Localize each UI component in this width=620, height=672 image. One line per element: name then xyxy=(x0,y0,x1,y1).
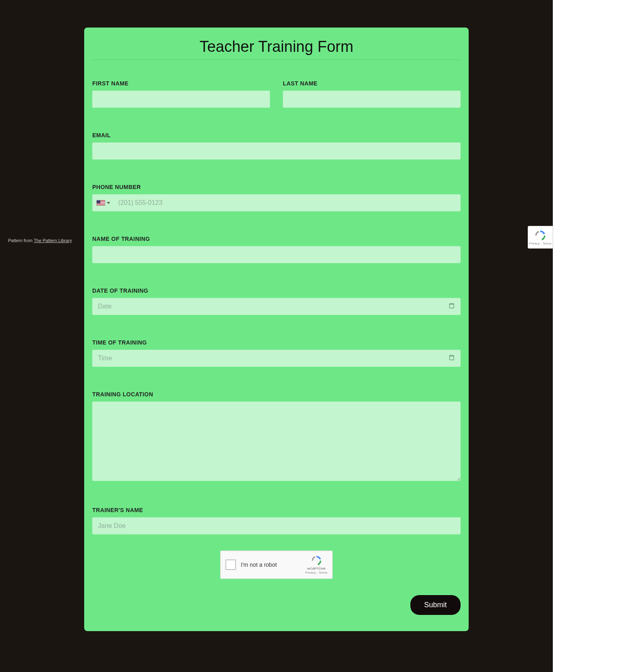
first-name-label: FIRST NAME xyxy=(92,80,270,87)
training-date-input[interactable] xyxy=(92,298,461,315)
pattern-attr-prefix: Pattern from xyxy=(8,238,34,243)
recaptcha-badge[interactable]: Privacy - Terms xyxy=(528,226,553,249)
last-name-label: LAST NAME xyxy=(283,80,461,87)
training-time-input[interactable] xyxy=(92,350,461,367)
email-label: EMAIL xyxy=(92,132,461,138)
recaptcha-badge-legal: Privacy - Terms xyxy=(529,242,552,245)
training-date-label: DATE OF TRAINING xyxy=(92,287,461,294)
chevron-down-icon xyxy=(107,202,110,204)
trainer-name-input[interactable] xyxy=(92,517,461,534)
recaptcha-brand: reCAPTCHA xyxy=(307,567,325,571)
form-title: Teacher Training Form xyxy=(92,38,461,60)
pattern-attribution: Pattern from The Pattern Library xyxy=(8,238,72,243)
form-card: Teacher Training Form FIRST NAME LAST NA… xyxy=(84,28,469,631)
training-name-input[interactable] xyxy=(92,246,461,263)
recaptcha-legal: Privacy - Terms xyxy=(305,571,327,575)
recaptcha-widget: I'm not a robot reCAPTCHA Privacy - Term… xyxy=(220,551,333,579)
recaptcha-icon xyxy=(534,230,546,242)
first-name-input[interactable] xyxy=(92,91,270,108)
phone-label: PHONE NUMBER xyxy=(92,184,461,190)
training-time-label: TIME OF TRAINING xyxy=(92,339,461,346)
submit-button[interactable]: Submit xyxy=(410,595,461,615)
training-location-input[interactable] xyxy=(92,402,461,481)
recaptcha-checkbox[interactable] xyxy=(225,559,236,570)
recaptcha-label: I'm not a robot xyxy=(241,561,300,568)
calendar-icon xyxy=(448,302,455,310)
recaptcha-icon xyxy=(311,555,322,566)
calendar-icon xyxy=(448,354,455,362)
last-name-input[interactable] xyxy=(283,91,461,108)
training-location-label: TRAINING LOCATION xyxy=(92,391,461,398)
trainer-name-label: TRAINER'S NAME xyxy=(92,507,461,513)
email-input[interactable] xyxy=(92,142,461,159)
phone-input[interactable] xyxy=(114,194,461,211)
recaptcha-logo: reCAPTCHA Privacy - Terms xyxy=(305,555,327,574)
training-name-label: NAME OF TRAINING xyxy=(92,236,461,242)
phone-country-selector[interactable] xyxy=(92,200,114,206)
us-flag-icon xyxy=(96,200,105,206)
pattern-attr-link[interactable]: The Pattern Library xyxy=(34,238,72,243)
